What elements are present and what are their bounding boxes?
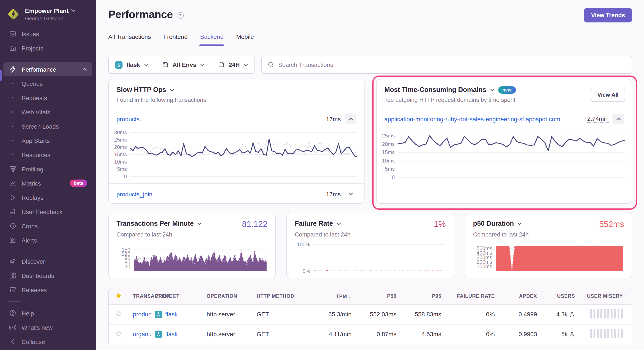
- sidebar-item-discover[interactable]: Discover: [4, 254, 92, 268]
- transaction-link[interactable]: organization: [133, 330, 150, 337]
- sidebar-item-crons[interactable]: Crons: [4, 219, 92, 233]
- sidebar-item-profiling[interactable]: Profiling: [4, 162, 92, 176]
- tpm-card: Transactions Per Minute 81.122 Compared …: [108, 213, 276, 278]
- environment-filter[interactable]: All Envs: [155, 56, 211, 73]
- chevron-down-icon[interactable]: [170, 88, 174, 91]
- failure-rate-title[interactable]: Failure Rate: [295, 220, 333, 227]
- sidebar-item-releases[interactable]: Releases: [4, 283, 92, 297]
- project-filter[interactable]: flask: [109, 56, 155, 73]
- chevron-down-icon[interactable]: [197, 222, 202, 225]
- sidebar-item-label: Replays: [22, 194, 43, 201]
- star-outline-icon[interactable]: [115, 330, 122, 337]
- column-header-transaction[interactable]: TRANSACTION: [128, 288, 150, 304]
- tpm-value: 81.122: [242, 220, 268, 229]
- sidebar-item-label: Issues: [22, 31, 39, 37]
- tpm-card-title[interactable]: Transactions Per Minute: [116, 220, 194, 227]
- collapse-row-button[interactable]: [612, 114, 624, 124]
- svg-text:0: 0: [392, 174, 395, 180]
- column-header-failure-rate[interactable]: FAILURE RATE: [446, 288, 499, 304]
- page-help-icon[interactable]: ?: [177, 12, 184, 19]
- column-header-http-method[interactable]: HTTP METHOD: [252, 288, 308, 304]
- sidebar-item-issues[interactable]: Issues: [4, 27, 92, 41]
- transaction-link[interactable]: products_join: [116, 191, 152, 197]
- domains-panel-title[interactable]: Most Time-Consuming Domains: [384, 86, 486, 94]
- chevron-down-icon: [200, 63, 204, 66]
- active-nav-indicator: [0, 70, 2, 81]
- column-header-p95[interactable]: P95: [401, 288, 446, 304]
- column-header-users[interactable]: USERS: [541, 288, 579, 304]
- domain-time-spent[interactable]: 2.74min: [587, 115, 609, 123]
- sidebar-item-requests[interactable]: Requests: [4, 91, 92, 105]
- metrics-icon: [9, 180, 17, 187]
- view-trends-button[interactable]: View Trends: [584, 8, 632, 23]
- project-link[interactable]: flask: [165, 330, 178, 337]
- sidebar-item-performance[interactable]: Performance: [4, 62, 92, 76]
- sidebar-item-label: Releases: [22, 286, 47, 293]
- sidebar-collapse-button[interactable]: Collapse: [4, 334, 92, 349]
- sidebar-item-screen-loads[interactable]: Screen Loads: [4, 119, 92, 133]
- p50-duration-title[interactable]: p50 Duration: [473, 220, 514, 227]
- performance-lightning-icon: [9, 66, 17, 73]
- calendar-icon: [218, 61, 225, 68]
- star-column-header[interactable]: [109, 288, 128, 304]
- sidebar-item-label: Web Vitals: [22, 109, 50, 115]
- chevron-down-icon[interactable]: [490, 88, 494, 91]
- sidebar-item-dashboards[interactable]: Dashboards: [4, 268, 92, 283]
- page-filter-group: flask All Envs 24H: [108, 56, 255, 74]
- sidebar-item-whats-new[interactable]: What's new: [4, 320, 92, 334]
- project-link[interactable]: flask: [165, 311, 178, 318]
- transaction-link[interactable]: products: [116, 115, 140, 122]
- tab-backend[interactable]: Backend: [200, 33, 224, 46]
- chevron-down-icon[interactable]: [518, 222, 522, 225]
- tpm-chart: 150120906030: [116, 241, 268, 273]
- sidebar-item-label: App Starts: [22, 137, 50, 144]
- bullet-icon: [9, 154, 17, 155]
- domain-row: application-monitoring-ruby-dot-sales-en…: [376, 109, 632, 128]
- column-header-user-misery[interactable]: USER MISERY: [579, 288, 632, 304]
- sidebar-item-web-vitals[interactable]: Web Vitals: [4, 105, 92, 119]
- org-identity: Empower Plant George Gritsouk: [25, 7, 76, 21]
- sidebar-item-replays[interactable]: Replays: [4, 190, 92, 205]
- p95-cell: 4.53ms: [401, 324, 446, 344]
- view-all-button[interactable]: View All: [591, 88, 625, 102]
- chevron-down-icon[interactable]: [336, 222, 341, 225]
- help-icon: [9, 309, 17, 317]
- sidebar-item-app-starts[interactable]: App Starts: [4, 133, 92, 148]
- chevron-up-icon: [82, 68, 87, 71]
- sidebar-item-label: Metrics: [22, 180, 41, 187]
- sidebar-item-metrics[interactable]: Metrics beta: [4, 176, 92, 190]
- domain-link[interactable]: application-monitoring-ruby-dot-sales-en…: [384, 115, 560, 122]
- sidebar-item-help[interactable]: Help: [4, 306, 92, 320]
- expand-row-button[interactable]: [345, 189, 356, 199]
- tab-mobile[interactable]: Mobile: [236, 33, 254, 46]
- column-header-p50[interactable]: P50: [356, 288, 401, 304]
- tab-all-transactions[interactable]: All Transactions: [108, 33, 151, 46]
- slow-http-ops-title[interactable]: Slow HTTP Ops: [116, 86, 166, 94]
- megaphone-icon: [9, 208, 17, 215]
- slow-http-ops-subtitle: Found in the following transactions: [116, 97, 356, 103]
- sidebar-item-user-feedback[interactable]: User Feedback: [4, 205, 92, 219]
- sidebar-item-alerts[interactable]: Alerts: [4, 233, 92, 247]
- sidebar-item-projects[interactable]: Projects: [4, 41, 92, 55]
- collapse-row-button[interactable]: [345, 114, 356, 124]
- dashboards-grid-icon: [9, 272, 17, 279]
- tab-frontend[interactable]: Frontend: [164, 33, 188, 46]
- sidebar-item-label: What's new: [22, 324, 52, 331]
- star-outline-icon[interactable]: [115, 310, 122, 317]
- svg-text:30: 30: [124, 264, 130, 269]
- column-header-tpm[interactable]: TPM ↓: [308, 288, 356, 304]
- sidebar-item-queries[interactable]: Queries: [4, 76, 92, 91]
- p95-cell: 558.83ms: [401, 304, 446, 324]
- column-header-apdex[interactable]: APDEX: [499, 288, 541, 304]
- column-header-project[interactable]: PROJECT: [150, 288, 202, 304]
- sidebar-item-resources[interactable]: Resources: [4, 148, 92, 162]
- date-range-filter[interactable]: 24H: [211, 56, 254, 73]
- org-name: Empower Plant: [25, 7, 68, 14]
- column-header-operation[interactable]: OPERATION: [202, 288, 252, 304]
- chevron-down-icon: [71, 9, 76, 12]
- transaction-link[interactable]: product_info: [133, 311, 150, 318]
- search-transactions-input[interactable]: [278, 61, 626, 68]
- most-time-consuming-domains-panel: Most Time-Consuming Domains new Top outg…: [376, 79, 632, 204]
- org-switcher[interactable]: Empower Plant George Gritsouk: [0, 6, 96, 27]
- slow-http-ops-panel: Slow HTTP Ops Found in the following tra…: [108, 79, 364, 204]
